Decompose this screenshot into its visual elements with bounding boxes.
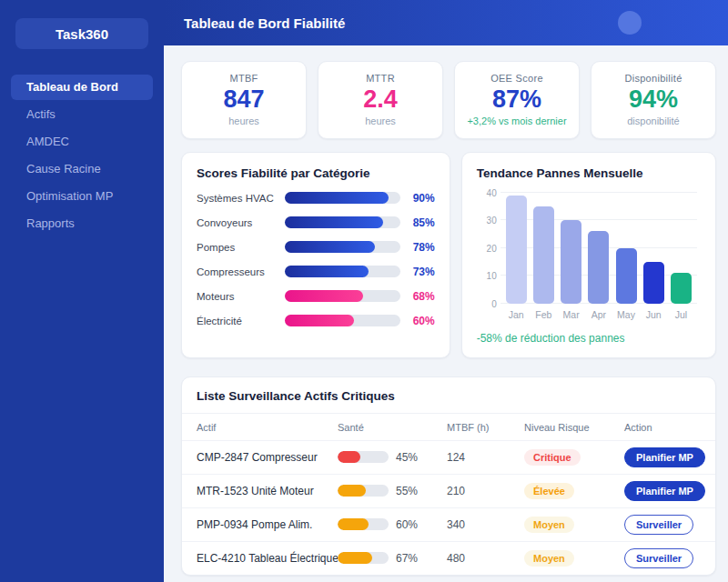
risk-badge: Moyen [524,517,574,533]
planifier-mp-button[interactable]: Planifier MP [624,447,705,467]
hbar-track [285,241,400,253]
hbar-track [285,266,400,277]
hbar-fill [285,315,354,326]
kpi-label: MTTR [322,73,439,84]
health-cell: 45% [338,451,447,464]
x-axis-tick: Feb [533,309,554,320]
column-header-actif: Actif [197,422,338,433]
charts-row: Scores Fiabilité par Catégorie Systèmes … [181,152,716,358]
health-bar-track [338,451,389,463]
reliability-scores-card: Scores Fiabilité par Catégorie Systèmes … [181,152,450,358]
table-row: ELC-4210 Tableau Électrique67%480MoyenSu… [182,541,715,575]
critical-assets-title: Liste Surveillance Actifs Critiques [197,389,701,403]
health-percent: 60% [396,518,418,531]
y-axis-tick: 30 [475,216,497,226]
vbar-mar [561,220,581,304]
health-percent: 67% [396,552,418,565]
top-header: Tableau de Bord Fiabilité [164,0,728,45]
hbar-row-systemes-hvac: Systèmes HVAC90% [197,192,435,205]
hbar-row-compresseurs: Compresseurs73% [197,266,435,278]
vbar-jul [671,273,692,304]
health-bar-fill [338,485,366,497]
hbar-value-label: 85% [400,216,435,229]
critical-assets-title-wrap: Liste Surveillance Actifs Critiques [182,377,715,414]
hbar-row-convoyeurs: Convoyeurs85% [197,216,435,229]
health-bar-track [338,552,389,564]
asset-name: MTR-1523 Unité Moteur [197,485,338,497]
hbar-category-label: Moteurs [197,291,285,302]
sidebar-item-optimisation-mp[interactable]: Optimisation MP [11,184,153,209]
x-axis-tick: May [616,309,637,320]
failure-trend-card: Tendance Pannes Mensuelle 010203040 JanF… [461,152,716,358]
vbar-jun [643,262,664,304]
x-axis-tick: Jun [643,309,664,320]
sidebar-nav: Tableau de BordActifsAMDECCause RacineOp… [0,75,164,236]
health-percent: 45% [396,451,418,464]
health-cell: 67% [338,552,447,565]
hbar-value-label: 73% [400,266,435,278]
sidebar-item-rapports[interactable]: Rapports [11,211,153,236]
hbar-row-moteurs: Moteurs68% [197,290,435,303]
x-axis-tick: Jul [671,309,692,320]
y-axis-tick: 40 [475,187,497,197]
kpi-subtext: disponibilité [595,115,712,126]
app-logo: Task360 [15,18,148,49]
health-bar-fill [338,451,360,463]
hbar-category-label: Compresseurs [197,266,285,277]
kpi-label: OEE Score [459,73,575,84]
surveiller-button[interactable]: Surveiller [624,515,693,535]
table-row: PMP-0934 Pompe Alim.60%340MoyenSurveille… [182,507,715,541]
planifier-mp-button[interactable]: Planifier MP [624,481,705,501]
risk-badge: Élevée [524,483,574,499]
hbar-fill [285,192,389,204]
critical-assets-card: Liste Surveillance Actifs Critiques Acti… [181,376,716,576]
column-header-mtbf-h: MTBF (h) [447,422,524,433]
x-axis-tick: Jan [506,309,527,320]
health-bar-track [338,485,389,497]
hbar-fill [285,290,363,302]
vbar-feb [533,206,554,304]
mtbf-value: 124 [447,451,524,464]
hbar-fill [285,266,369,277]
kpi-value: 2.4 [322,86,439,114]
hbar-category-label: Convoyeurs [197,217,285,228]
surveiller-button[interactable]: Surveiller [624,548,693,568]
asset-name: CMP-2847 Compresseur [197,451,338,464]
hbar-row-electricite: Électricité60% [197,315,435,327]
kpi-card-mtbf: MTBF847heures [181,61,307,139]
y-axis-tick: 20 [475,243,497,253]
kpi-card-mttr: MTTR2.4heures [318,61,443,139]
app-name: Task360 [56,26,108,42]
mtbf-value: 480 [447,552,524,565]
hbar-track [285,315,400,326]
sidebar-item-amdec[interactable]: AMDEC [11,129,153,155]
sidebar: Task360 Tableau de BordActifsAMDECCause … [0,0,164,582]
kpi-label: MTBF [186,73,302,84]
health-bar-track [338,518,389,530]
vbar-may [616,248,637,304]
health-bar-fill [338,552,372,564]
risk-badge: Moyen [524,550,574,567]
user-avatar-icon[interactable] [618,11,642,35]
reliability-bar-chart: Systèmes HVAC90%Convoyeurs85%Pompes78%Co… [197,192,435,327]
x-axis-tick: Apr [588,309,609,320]
hbar-fill [285,216,383,228]
mtbf-value: 210 [447,485,524,497]
kpi-subtext: heures [186,115,302,126]
failure-trend-plot: 010203040 [500,193,697,304]
kpi-value: 847 [186,86,302,114]
page-title: Tableau de Bord Fiabilité [184,15,345,31]
failure-trend-title: Tendance Pannes Mensuelle [477,166,701,180]
kpi-value: 94% [595,86,712,114]
hbar-track [285,192,400,204]
sidebar-item-tableau-de-bord[interactable]: Tableau de Bord [11,75,153,100]
hbar-value-label: 68% [400,290,435,303]
kpi-row: MTBF847heuresMTTR2.4heuresOEE Score87%+3… [181,61,716,139]
sidebar-item-cause-racine[interactable]: Cause Racine [11,156,153,182]
table-body: CMP-2847 Compresseur45%124CritiquePlanif… [182,440,715,575]
sidebar-item-actifs[interactable]: Actifs [11,102,153,127]
kpi-subtext: heures [322,115,439,126]
kpi-subtext: +3,2% vs mois dernier [459,115,575,126]
asset-name: PMP-0934 Pompe Alim. [197,518,338,531]
month-axis: JanFebMarAprMayJunJul [500,309,697,320]
